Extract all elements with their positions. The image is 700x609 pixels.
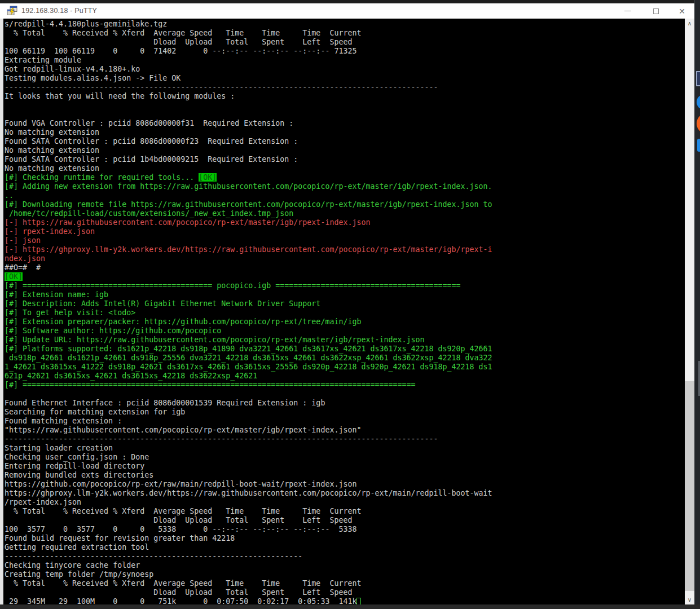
terminal-line: % Total % Received % Xferd Average Speed… <box>5 29 685 38</box>
chevron-up-icon: ∧ <box>688 20 692 27</box>
terminal-output[interactable]: s/redpill-4.4.180plus-geminilake.tgz % T… <box>3 19 685 604</box>
terminal-text: Checking user_config.json : Done <box>5 453 149 461</box>
terminal-text: ds918p_42661 ds1621p_42661 ds918p_25556 … <box>5 354 492 362</box>
terminal-line: [OK] <box>5 272 685 281</box>
scroll-down-button[interactable]: ∨ <box>685 595 694 604</box>
terminal-text: % Total % Received % Xferd Average Speed… <box>5 507 361 515</box>
terminal-line: Checking user_config.json : Done <box>5 453 685 462</box>
putty-window: 192.168.30.18 - PuTTY ✕ s/redpill-4.4.18… <box>0 0 700 609</box>
terminal-line: ----------------------------------------… <box>5 435 685 444</box>
scrollbar-thumb[interactable] <box>685 381 694 591</box>
terminal-text: [#] Platforms supported: ds1621p_42218 d… <box>5 345 492 353</box>
terminal-line: [-] https://raw.githubusercontent.com/po… <box>5 218 685 227</box>
terminal-text: 1_42621 ds3615xs_41222 ds918p_42621 ds36… <box>5 363 492 371</box>
terminal-line: Testing modules.alias.4.json -> File OK <box>5 74 685 83</box>
terminal-line: Found Ethernet Interface : pciid 8086d00… <box>5 399 685 408</box>
terminal-line: [#] Extension name: igb <box>5 290 685 299</box>
close-button[interactable]: ✕ <box>672 3 692 19</box>
maximize-button[interactable] <box>646 3 666 19</box>
terminal-line: [-] json <box>5 236 685 245</box>
terminal-line: Checking tinycore cache folder <box>5 561 685 570</box>
terminal-line: Searching for matching extension for igb <box>5 408 685 417</box>
terminal-line: Getting required extraction tool <box>5 543 685 552</box>
terminal-line: Extracting module <box>5 56 685 65</box>
terminal-line: Found matching extension : <box>5 417 685 426</box>
terminal-cursor <box>356 598 361 604</box>
terminal-line: 100 66119 100 66119 0 0 71402 0 --:--:--… <box>5 47 685 56</box>
terminal-text: "https://raw.githubusercontent.com/pocop… <box>5 426 361 434</box>
terminal-text: Dload Upload Total Spent Left Speed <box>5 38 352 46</box>
terminal-line: [#] Update URL: https://raw.githubuserco… <box>5 336 685 345</box>
terminal-line: No matching extension <box>5 164 685 173</box>
terminal-text: 100 66119 100 66119 0 0 71402 0 --:--:--… <box>5 47 356 55</box>
terminal-line: Removing bundled exts directories <box>5 471 685 480</box>
minimize-button[interactable] <box>618 3 637 19</box>
terminal-line: Starting loader creation <box>5 444 685 453</box>
clipped-blue-bar-icon <box>697 139 700 152</box>
terminal-line: ds918p_42661 ds1621p_42661 ds918p_25556 … <box>5 354 685 363</box>
titlebar[interactable]: 192.168.30.18 - PuTTY ✕ <box>0 3 694 19</box>
minimize-icon <box>624 11 631 11</box>
terminal-text: Checking tinycore cache folder <box>5 561 140 570</box>
terminal-text: Got redpill-linux-v4.4.180+.ko <box>5 65 140 73</box>
terminal-text: Extracting module <box>5 56 81 64</box>
terminal-line: Entering redpill-load directory <box>5 462 685 471</box>
terminal-text: Getting required extraction tool <box>5 543 149 551</box>
terminal-line: [-] rpext-index.json <box>5 227 685 236</box>
terminal-line: Found build request for revision greater… <box>5 534 685 543</box>
terminal-line: [#] Description: Adds Intel(R) Gigabit E… <box>5 299 685 308</box>
terminal-text: [#] Description: Adds Intel(R) Gigabit E… <box>5 299 320 308</box>
terminal-line: Found SATA Controller : pciid 1b4bd00009… <box>5 155 685 164</box>
terminal-text: /rpext-index.json <box>5 498 81 506</box>
close-icon: ✕ <box>679 7 685 16</box>
terminal-line: [#] Extension preparer/packer: https://g… <box>5 317 685 326</box>
terminal-text: Removing bundled exts directories <box>5 471 153 479</box>
terminal-text: % Total % Received % Xferd Average Speed… <box>5 29 361 37</box>
terminal-text: [#] Downloading remote file https://raw.… <box>5 200 492 209</box>
terminal-text: ndex.json <box>5 254 45 263</box>
terminal-text: [#] Update URL: https://raw.githubuserco… <box>5 336 425 344</box>
chevron-down-icon: ∨ <box>688 597 692 603</box>
terminal-line: [#] Downloading remote file https://raw.… <box>5 200 685 209</box>
terminal-line: [#] Checking runtime for required tools.… <box>5 173 685 182</box>
terminal-text: 29 345M 29 100M 0 0 751k 0 0:07:50 0:02:… <box>5 597 356 604</box>
terminal-line: Found SATA Controller : pciid 8086d00000… <box>5 137 685 146</box>
terminal-text: Found build request for revision greater… <box>5 534 235 542</box>
terminal-line: [#] To get help visit: <todo> <box>5 308 685 317</box>
terminal-text: [-] rpext-index.json <box>5 227 95 236</box>
terminal-text: Found SATA Controller : pciid 1b4bd00009… <box>5 155 298 164</box>
terminal-text: % Total % Received % Xferd Average Speed… <box>5 579 361 588</box>
putty-app-icon <box>7 6 17 16</box>
terminal-text: ----------------------------------------… <box>5 83 438 91</box>
scroll-up-button[interactable]: ∧ <box>685 19 694 28</box>
terminal-line: ----------------------------------------… <box>5 552 685 561</box>
clipped-blue-circle-icon <box>697 95 700 109</box>
terminal-text: Found SATA Controller : pciid 8086d00000… <box>5 137 298 145</box>
terminal-text: ----------------------------------------… <box>5 435 438 443</box>
terminal-text: Testing modules.alias.4.json -> File OK <box>5 74 180 82</box>
terminal-text: [-] https://raw.githubusercontent.com/po… <box>5 218 370 227</box>
terminal-scrollbar[interactable]: ∧ ∨ <box>685 19 694 604</box>
terminal-line: % Total % Received % Xferd Average Speed… <box>5 507 685 516</box>
terminal-text: [#] Software author: https://github.com/… <box>5 326 221 335</box>
terminal-text: [#] Checking runtime for required tools.… <box>5 173 199 182</box>
terminal-text: /home/tc/redpill-load/custom/extensions/… <box>5 209 293 218</box>
terminal-text: [-] https://ghproxy.llm-y2k.workers.dev/… <box>5 245 492 254</box>
terminal-line: [#] ====================================… <box>5 381 685 390</box>
terminal-line: [#] Software author: https://github.com/… <box>5 326 685 336</box>
terminal-line: [#] Platforms supported: ds1621p_42218 d… <box>5 345 685 354</box>
terminal-text: No matching extension <box>5 164 99 173</box>
terminal-line: 621p_42621 ds3615xs_42621 ds3615xs_42218… <box>5 372 685 381</box>
ok-status-badge: [OK] <box>5 272 23 281</box>
terminal-text: No matching extension <box>5 128 99 136</box>
terminal-line: 1_42621 ds3615xs_41222 ds918p_42621 ds36… <box>5 363 685 372</box>
terminal-line: Dload Upload Total Spent Left Speed <box>5 588 685 597</box>
terminal-line: Dload Upload Total Spent Left Speed <box>5 516 685 525</box>
terminal-line <box>5 101 685 110</box>
terminal-line: [-] https://ghproxy.llm-y2k.workers.dev/… <box>5 245 685 254</box>
terminal-line: https://ghproxy.llm-y2k.workers.dev/http… <box>5 489 685 498</box>
terminal-line: ----------------------------------------… <box>5 83 685 92</box>
terminal-text: Found Ethernet Interface : pciid 8086d00… <box>5 399 325 407</box>
terminal-line: /home/tc/redpill-load/custom/extensions/… <box>5 209 685 218</box>
terminal-line: No matching extension <box>5 128 685 137</box>
